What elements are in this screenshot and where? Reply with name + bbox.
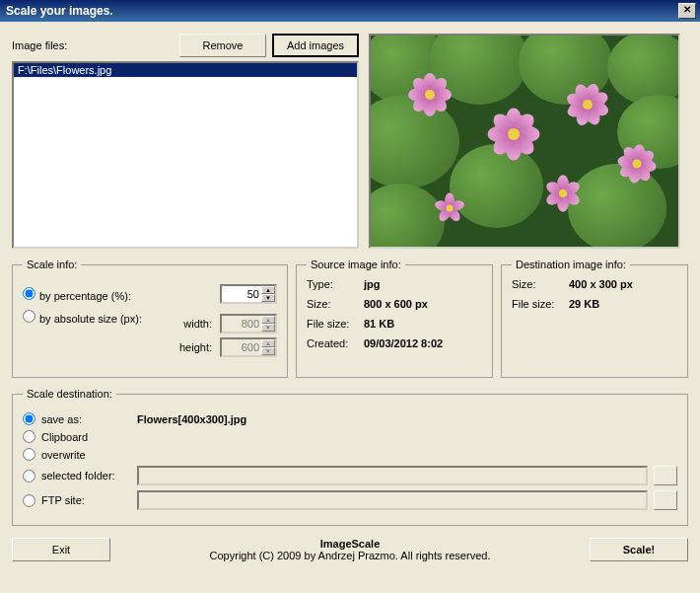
src-size: 800 x 600 px [364,298,482,310]
chevron-down-icon: ▼ [261,324,275,332]
ftp-site-input [137,490,648,510]
copyright-text: Copyright (C) 2009 by Andrzej Prazmo. Al… [120,550,580,561]
close-icon[interactable]: ✕ [678,3,696,19]
radio-by-percentage[interactable] [23,287,35,300]
scale-info-legend: Scale info: [23,259,81,270]
scale-dest-legend: Scale destination: [23,388,116,400]
chevron-up-icon[interactable]: ▲ [261,286,275,294]
height-input [222,339,261,355]
selected-folder-input [137,466,648,485]
src-type: jpg [364,278,482,290]
radio-selected-folder[interactable] [23,470,35,482]
width-input [222,316,261,332]
list-item[interactable]: F:\Files\Flowers.jpg [14,63,357,77]
height-spinner: ▲▼ [220,337,277,357]
image-preview [369,34,680,249]
source-info-group: Source image info: Type:jpg Size:800 x 6… [296,259,493,378]
image-files-label: Image files: [12,39,174,51]
chevron-up-icon: ▲ [261,316,275,324]
window-title: Scale your images. [4,4,678,18]
chevron-down-icon: ▼ [261,347,275,355]
add-images-button[interactable]: Add images [272,34,359,57]
radio-ftp-site[interactable] [23,494,35,507]
dest-filesize: 29 KB [569,298,677,310]
exit-button[interactable]: Exit [12,538,110,561]
width-spinner: ▲▼ [220,314,277,334]
radio-overwrite[interactable] [23,448,35,461]
source-info-legend: Source image info: [307,259,405,270]
browse-ftp-button[interactable] [654,490,677,510]
file-listbox[interactable]: F:\Files\Flowers.jpg [12,61,359,249]
percent-input[interactable] [222,286,261,302]
scale-destination-group: Scale destination: save as: Flowers[400x… [12,388,688,526]
dest-info-group: Destination image info: Size:400 x 300 p… [501,259,688,378]
dest-info-legend: Destination image info: [512,259,630,270]
dest-size: 400 x 300 px [569,278,677,290]
src-filesize: 81 KB [364,318,482,330]
titlebar: Scale your images. ✕ [0,0,700,22]
scale-button[interactable]: Scale! [590,538,688,561]
percent-spinner[interactable]: ▲▼ [220,284,277,304]
product-name: ImageScale [120,538,580,550]
radio-by-absolute[interactable] [23,310,35,323]
src-created: 09/03/2012 8:02 [364,337,482,349]
scale-info-group: Scale info: by percentage (%): ▲▼ by abs… [12,259,288,378]
save-as-filename: Flowers[400x300].jpg [137,413,246,425]
browse-folder-button[interactable] [654,466,677,485]
radio-clipboard[interactable] [23,430,35,443]
remove-button[interactable]: Remove [179,34,266,57]
chevron-up-icon: ▲ [261,339,275,347]
chevron-down-icon[interactable]: ▼ [261,294,275,302]
radio-save-as[interactable] [23,412,35,425]
